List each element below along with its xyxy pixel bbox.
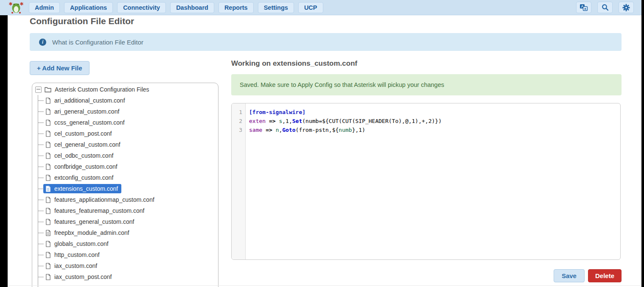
tree-file-item[interactable]: confbridge_custom.conf [32, 161, 218, 172]
line-number: 1 [232, 108, 245, 117]
delete-button[interactable]: Delete [588, 269, 622, 282]
file-name: globals_custom.conf [54, 240, 109, 247]
tree-file-item[interactable]: cel_custom_post.conf [32, 128, 218, 139]
file-name: http_custom.conf [54, 251, 100, 258]
page-content: Configuration File Editor i What is Conf… [8, 15, 641, 287]
freepbx-logo-icon[interactable] [8, 1, 24, 14]
tree-file-item[interactable]: ari_general_custom.conf [32, 106, 218, 117]
file-icon [45, 197, 51, 203]
file-icon [45, 109, 51, 115]
file-name: cel_general_custom.conf [54, 141, 120, 148]
file-name: extconfig_custom.conf [54, 174, 113, 181]
file-name: iax_custom.conf [54, 262, 97, 269]
tree-file-item[interactable]: freepbx_module_admin.conf [32, 227, 218, 238]
folder-icon [45, 86, 51, 92]
file-lines-icon [45, 186, 51, 192]
saved-success-text: Saved. Make sure to Apply Config so that… [240, 81, 444, 88]
tree-file-item[interactable]: iax_custom_post.conf [32, 271, 218, 282]
file-name: features_applicationmap_custom.conf [54, 196, 154, 203]
editor-actions: Save Delete [231, 269, 622, 282]
nav-item-dashboard[interactable]: Dashboard [170, 2, 214, 13]
file-icon [45, 120, 51, 126]
file-name: features_featuremap_custom.conf [54, 207, 144, 214]
page-title: Configuration File Editor [30, 16, 134, 26]
file-icon [45, 263, 51, 269]
file-icon [45, 142, 51, 148]
file-icon [45, 131, 51, 137]
file-icon [45, 98, 51, 104]
add-new-file-button[interactable]: + Add New File [30, 61, 90, 75]
nav-item-reports[interactable]: Reports [218, 2, 254, 13]
language-translate-button[interactable]: A a [576, 2, 591, 13]
code-line-1: 1 [from-signalwire] [232, 108, 620, 117]
settings-button[interactable] [619, 2, 634, 13]
code-line-2: 2 exten => s,1,Set(numb=${CUT(CUT(SIP_HE… [232, 117, 620, 125]
tree-file-item[interactable]: cel_odbc_custom.conf [32, 150, 218, 161]
file-name: ccss_general_custom.conf [54, 119, 125, 126]
config-code-editor[interactable]: 1 [from-signalwire] 2 exten => s,1,Set(n… [231, 103, 621, 260]
tree-file-item[interactable]: http_custom.conf [32, 249, 218, 260]
nav-item-connectivity[interactable]: Connectivity [117, 2, 166, 13]
tree-root-label: Asterisk Custom Configuration Files [55, 86, 149, 93]
svg-text:a: a [584, 7, 586, 11]
working-on-heading: Working on extensions_custom.conf [231, 59, 357, 68]
file-lines-icon [45, 230, 51, 236]
nav-item-ucp[interactable]: UCP [298, 2, 323, 13]
file-name: cel_odbc_custom.conf [54, 152, 113, 159]
file-icon [45, 208, 51, 214]
tree-file-item[interactable]: ari_additional_custom.conf [32, 95, 218, 106]
file-name: cel_custom_post.conf [54, 130, 112, 137]
line-number: 2 [232, 117, 245, 125]
line-number: 3 [232, 125, 245, 134]
collapse-minus-icon[interactable] [35, 86, 42, 93]
tree-file-item[interactable]: features_featuremap_custom.conf [32, 205, 218, 216]
info-circle-icon: i [39, 39, 46, 46]
file-icon [45, 175, 51, 181]
help-banner-text: What is Configuration File Editor [52, 39, 143, 46]
nav-item-settings[interactable]: Settings [258, 2, 294, 13]
tree-file-item[interactable]: ccss_general_custom.conf [32, 117, 218, 128]
file-name: freepbx_module_admin.conf [54, 229, 129, 236]
file-name: iax_custom_post.conf [54, 273, 112, 280]
help-banner[interactable]: i What is Configuration File Editor [30, 33, 622, 51]
config-file-tree-panel: Asterisk Custom Configuration Files ari_… [32, 83, 218, 287]
tree-file-item[interactable]: globals_custom.conf [32, 238, 218, 249]
file-icon [45, 153, 51, 159]
nav-item-applications[interactable]: Applications [64, 2, 113, 13]
saved-success-alert: Saved. Make sure to Apply Config so that… [231, 74, 622, 95]
tree-file-item[interactable]: cel_general_custom.conf [32, 139, 218, 150]
tree-file-item[interactable]: extconfig_custom.conf [32, 172, 218, 183]
code-area: 1 [from-signalwire] 2 exten => s,1,Set(n… [232, 103, 620, 134]
file-name: confbridge_custom.conf [54, 163, 118, 170]
tree-file-item[interactable]: features_general_custom.conf [32, 216, 218, 227]
tree-file-item-selected[interactable]: extensions_custom.conf [32, 183, 218, 194]
file-icon [45, 241, 51, 247]
freepbx-config-file-editor-screen: Admin Applications Connectivity Dashboar… [0, 0, 644, 287]
translate-icon: A a [580, 4, 588, 11]
search-button[interactable] [597, 2, 613, 13]
nav-item-admin[interactable]: Admin [29, 2, 60, 13]
file-icon [45, 274, 51, 280]
top-navbar: Admin Applications Connectivity Dashboar… [0, 0, 641, 15]
file-name: ari_general_custom.conf [54, 108, 119, 115]
search-icon [602, 4, 609, 11]
save-button[interactable]: Save [554, 269, 585, 282]
file-icon [45, 252, 51, 258]
file-name: ari_additional_custom.conf [54, 97, 125, 104]
file-icon [45, 219, 51, 225]
main-menu: Admin Applications Connectivity Dashboar… [29, 2, 323, 13]
code-line-3: 3 same => n,Goto(from-pstn,${numb},1) [232, 125, 620, 134]
file-name: extensions_custom.conf [54, 185, 118, 192]
tree-file-item[interactable]: features_applicationmap_custom.conf [32, 194, 218, 205]
gear-icon [622, 4, 630, 11]
navbar-tools: A a [576, 2, 637, 13]
file-icon [45, 164, 51, 170]
tree-file-item[interactable]: iax_custom.conf [32, 260, 218, 271]
file-name: features_general_custom.conf [54, 218, 134, 225]
footer-divider [8, 285, 641, 286]
tree-root-folder[interactable]: Asterisk Custom Configuration Files [32, 84, 218, 95]
